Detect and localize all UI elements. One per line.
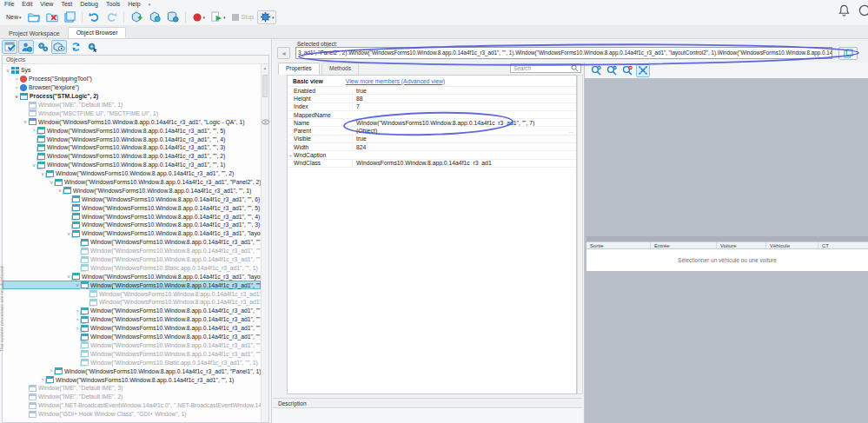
run-dropdown-icon[interactable]: ▾ <box>223 15 226 20</box>
show-hidden-objects-button[interactable] <box>51 40 67 54</box>
property-row[interactable]: Parent (Object) … <box>288 127 576 135</box>
advanced-view-link[interactable]: View more members (Advanced view) <box>346 78 445 84</box>
object-browser-button[interactable] <box>146 10 163 24</box>
tree-expander-icon[interactable]: > <box>39 377 46 382</box>
tree-expander-icon[interactable]: v <box>56 188 63 193</box>
search-input[interactable]: Search <box>510 63 581 73</box>
tree-item[interactable]: > Window("WindowsForms10.Window.8.app.0.… <box>3 126 261 135</box>
tree-expander-icon[interactable]: > <box>74 308 81 314</box>
menu-item[interactable]: Edit <box>22 1 32 9</box>
tree-item[interactable]: > Window("WindowsForms10.Window.8.app.0.… <box>3 307 261 315</box>
tree-expander-icon[interactable]: v <box>13 94 20 99</box>
tree-item[interactable]: > Browser("iexplore") <box>3 83 261 92</box>
object-add-button[interactable] <box>128 10 145 24</box>
property-value[interactable]: 7 <box>352 103 566 109</box>
property-row[interactable]: Enabled true <box>288 87 576 95</box>
tree-item[interactable]: Window("WindowsForms10.Window.8.app.0.14… <box>3 255 261 264</box>
properties-scrollbar[interactable] <box>577 75 583 394</box>
tab-object-browser[interactable]: Object Browser <box>68 27 127 38</box>
tree-item[interactable]: > Window("WindowsForms10.Window.8.app.0.… <box>3 315 261 324</box>
tree-item[interactable]: v Window("WindowsForms10.Window.8.app.0.… <box>3 169 261 178</box>
tree-item[interactable]: v Window("WindowsForms10.Window.8.app.0.… <box>3 229 261 238</box>
property-expander-icon[interactable]: + <box>288 153 294 158</box>
tree-item[interactable]: v Window("WindowsForms10.Window.8.app.0.… <box>3 117 261 126</box>
tree-item[interactable]: Window(".NET-BroadcastEventWindow.14a4f1… <box>3 401 261 410</box>
menu-item[interactable]: View <box>40 1 53 9</box>
property-row[interactable]: MappedName <box>288 111 576 119</box>
tree-item[interactable]: Window("GDI+ Hook Window Class", "GDI+ W… <box>3 410 261 419</box>
tree-item[interactable]: Window("WindowsForms10.Window.8.app.0.14… <box>3 349 261 358</box>
copy-selected-object-button[interactable] <box>838 47 858 60</box>
redo-button[interactable] <box>103 10 120 24</box>
debug-dropdown-icon[interactable]: ▾ <box>272 15 275 20</box>
tree-item[interactable]: v Process("STM.Logic", 2) <box>3 92 261 101</box>
tree-item[interactable]: Window("MSCTFIME UI", "MSCTFIME UI", 1) <box>3 109 261 117</box>
tree-item[interactable]: v Sys <box>3 66 261 75</box>
data-store-button[interactable] <box>164 10 182 24</box>
property-row[interactable]: Name Window("WindowsForms10.Window.8.app… <box>288 119 576 127</box>
new-button[interactable]: New ▾ <box>3 10 24 24</box>
open-project-button[interactable] <box>25 10 43 24</box>
zoom-out-button[interactable] <box>605 64 619 77</box>
property-row[interactable]: Width 824 <box>288 143 576 151</box>
tree-expander-icon[interactable]: > <box>74 317 81 322</box>
tree-item[interactable]: Window("IME", "Default IME", 3) <box>3 384 261 393</box>
property-row[interactable]: WndClass WindowsForms10.Window.8.app.0.1… <box>288 160 576 168</box>
run-test-button[interactable]: ▾ <box>209 10 229 24</box>
tree-expander-icon[interactable]: v <box>4 68 11 73</box>
tree-item[interactable]: Window("WindowsForms10.Window.8.app.0.14… <box>3 203 261 212</box>
tree-expander-icon[interactable]: > <box>48 368 55 373</box>
tree-item[interactable]: Window("WindowsForms10.Window.8.app.0.14… <box>3 238 261 247</box>
tree-item[interactable]: v Window("WindowsForms10.Window.8.app.0.… <box>3 178 261 187</box>
property-row[interactable]: Index 7 <box>288 103 576 111</box>
scrollbar-thumb[interactable] <box>262 75 268 97</box>
menu-item[interactable]: Help <box>128 1 140 9</box>
tree-expander-icon[interactable]: > <box>13 85 20 90</box>
tree-item[interactable]: v Window("WindowsForms10.Window.8.app.0.… <box>3 281 261 289</box>
tree-item[interactable]: Window("WindowsForms10.Window.8.app.0.14… <box>3 341 261 350</box>
tree-expander-icon[interactable]: v <box>65 274 72 279</box>
tree-item[interactable]: Window("WindowsForms10.Window.8.app.0.14… <box>3 152 261 161</box>
tree-expander-icon[interactable]: v <box>22 119 29 124</box>
refresh-tree-button[interactable] <box>68 40 83 54</box>
scroll-up-icon[interactable]: ▴ <box>262 64 268 71</box>
tree-item[interactable]: > Window("WindowsForms10.Window.8.app.0.… <box>3 375 261 384</box>
menu-item[interactable]: File <box>4 1 14 9</box>
record-test-button[interactable]: ▾ <box>189 10 209 24</box>
selected-object-field[interactable]: 3_ad1", "Panel2", 2).Window("WindowsForm… <box>295 47 832 59</box>
tree-item[interactable]: Window("WindowsForms10.Window.8.app.0.14… <box>3 298 261 307</box>
tree-item[interactable]: Window("WindowsForms10.Window.8.app.0.14… <box>3 212 261 221</box>
property-value[interactable]: Window("WindowsForms10.Window.8.app.0.14… <box>352 120 566 126</box>
zoom-in-button[interactable] <box>589 64 603 77</box>
show-checked-windows-button[interactable] <box>2 40 17 54</box>
tree-expander-icon[interactable]: > <box>30 128 37 133</box>
tree-item[interactable]: Window("IME", "Default IME", 1) <box>3 101 261 109</box>
property-value[interactable]: (Object) <box>352 128 566 134</box>
object-spy-button[interactable] <box>84 40 100 54</box>
tree-expander-icon[interactable]: > <box>74 326 81 331</box>
property-value[interactable]: true <box>352 135 566 142</box>
tree-item[interactable]: Window("IME", "Default IME", 2) <box>3 393 261 401</box>
tree-item[interactable]: v Window("WindowsForms10.Window.8.app.0.… <box>3 272 261 281</box>
menu-item[interactable]: Debug <box>80 1 98 9</box>
tree-item[interactable]: Window("WindowsForms10.Window.8.app.0.14… <box>3 135 261 143</box>
tree-item[interactable]: Window("WindowsForms10.Window.8.app.0.14… <box>3 143 261 152</box>
property-more-button[interactable]: … <box>566 129 576 134</box>
debug-button[interactable]: ▾ <box>257 10 277 24</box>
close-project-button[interactable] <box>43 10 61 24</box>
zoom-reset-button[interactable] <box>620 64 634 77</box>
stop-button[interactable]: Stop <box>229 10 256 24</box>
menu-item[interactable]: Test <box>61 1 72 9</box>
property-value[interactable]: 88 <box>352 96 566 102</box>
show-user-processes-button[interactable] <box>18 40 34 54</box>
tree-expander-icon[interactable]: v <box>30 162 37 168</box>
tree-item[interactable]: v Window("WindowsForms10.Window.8.app.0.… <box>3 186 261 195</box>
tree-expander-icon[interactable]: v <box>74 282 81 288</box>
new-dropdown-icon[interactable]: ▾ <box>19 15 22 20</box>
tree-expander-icon[interactable]: v <box>48 180 55 185</box>
property-value[interactable]: 824 <box>352 144 566 150</box>
save-all-button[interactable] <box>62 10 78 24</box>
tree-expander-icon[interactable]: v <box>65 231 72 236</box>
undo-button[interactable] <box>86 10 103 24</box>
tree-item[interactable]: Window("WindowsForms10.Static.app.0.14a4… <box>3 358 261 367</box>
